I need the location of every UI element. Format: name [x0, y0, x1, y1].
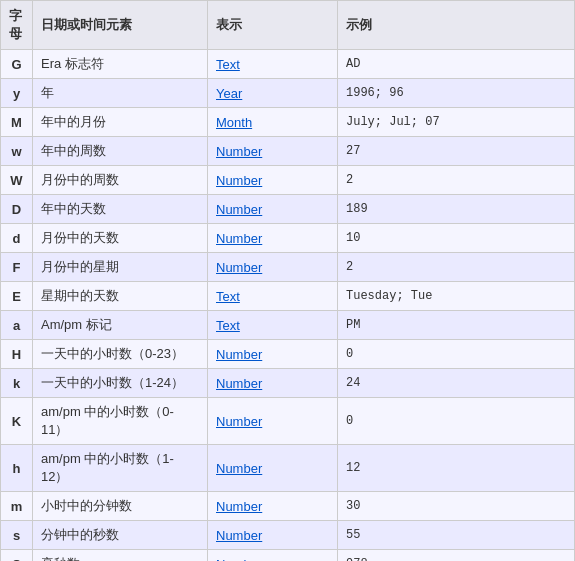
cell-description: 一天中的小时数（1-24） — [33, 369, 208, 398]
cell-example: Tuesday; Tue — [338, 282, 575, 311]
date-format-table: 字母 日期或时间元素 表示 示例 GEra 标志符TextADy年Year199… — [0, 0, 575, 561]
cell-letter: K — [1, 398, 33, 445]
cell-example: 55 — [338, 521, 575, 550]
cell-representation[interactable]: Number — [208, 340, 338, 369]
cell-representation[interactable]: Number — [208, 253, 338, 282]
cell-letter: H — [1, 340, 33, 369]
cell-example: 0 — [338, 398, 575, 445]
col-header-description: 日期或时间元素 — [33, 1, 208, 50]
cell-representation[interactable]: Number — [208, 224, 338, 253]
cell-example: 0 — [338, 340, 575, 369]
cell-description: 月份中的星期 — [33, 253, 208, 282]
cell-description: 毫秒数 — [33, 550, 208, 562]
col-header-representation: 表示 — [208, 1, 338, 50]
cell-representation[interactable]: Number — [208, 550, 338, 562]
cell-representation[interactable]: Text — [208, 282, 338, 311]
cell-description: 月份中的周数 — [33, 166, 208, 195]
cell-representation[interactable]: Month — [208, 108, 338, 137]
cell-description: 年 — [33, 79, 208, 108]
cell-example: 12 — [338, 445, 575, 492]
cell-letter: k — [1, 369, 33, 398]
cell-representation[interactable]: Number — [208, 369, 338, 398]
cell-description: 年中的月份 — [33, 108, 208, 137]
table-row: E星期中的天数TextTuesday; Tue — [1, 282, 575, 311]
cell-representation[interactable]: Number — [208, 166, 338, 195]
cell-letter: h — [1, 445, 33, 492]
col-header-letter: 字母 — [1, 1, 33, 50]
cell-example: 30 — [338, 492, 575, 521]
cell-description: 分钟中的秒数 — [33, 521, 208, 550]
cell-description: 一天中的小时数（0-23） — [33, 340, 208, 369]
cell-example: 27 — [338, 137, 575, 166]
cell-letter: W — [1, 166, 33, 195]
cell-letter: y — [1, 79, 33, 108]
cell-letter: S — [1, 550, 33, 562]
table-row: k一天中的小时数（1-24）Number24 — [1, 369, 575, 398]
table-row: Kam/pm 中的小时数（0-11）Number0 — [1, 398, 575, 445]
cell-description: 小时中的分钟数 — [33, 492, 208, 521]
cell-letter: F — [1, 253, 33, 282]
cell-representation[interactable]: Number — [208, 521, 338, 550]
cell-example: 978 — [338, 550, 575, 562]
cell-description: 星期中的天数 — [33, 282, 208, 311]
cell-example: 24 — [338, 369, 575, 398]
cell-example: 1996; 96 — [338, 79, 575, 108]
table-row: D年中的天数Number189 — [1, 195, 575, 224]
table-row: W月份中的周数Number2 — [1, 166, 575, 195]
cell-description: 月份中的天数 — [33, 224, 208, 253]
cell-letter: E — [1, 282, 33, 311]
table-row: F月份中的星期Number2 — [1, 253, 575, 282]
table-row: w年中的周数Number27 — [1, 137, 575, 166]
cell-representation[interactable]: Number — [208, 445, 338, 492]
table-header-row: 字母 日期或时间元素 表示 示例 — [1, 1, 575, 50]
cell-letter: d — [1, 224, 33, 253]
cell-description: Era 标志符 — [33, 50, 208, 79]
cell-representation[interactable]: Number — [208, 195, 338, 224]
table-row: M年中的月份MonthJuly; Jul; 07 — [1, 108, 575, 137]
cell-letter: m — [1, 492, 33, 521]
table-row: y年Year1996; 96 — [1, 79, 575, 108]
table-row: S毫秒数Number978 — [1, 550, 575, 562]
cell-representation[interactable]: Year — [208, 79, 338, 108]
cell-letter: a — [1, 311, 33, 340]
table-row: s分钟中的秒数Number55 — [1, 521, 575, 550]
cell-example: 2 — [338, 253, 575, 282]
cell-representation[interactable]: Text — [208, 50, 338, 79]
cell-description: am/pm 中的小时数（0-11） — [33, 398, 208, 445]
cell-description: Am/pm 标记 — [33, 311, 208, 340]
cell-letter: M — [1, 108, 33, 137]
cell-example: AD — [338, 50, 575, 79]
cell-description: am/pm 中的小时数（1-12） — [33, 445, 208, 492]
cell-representation[interactable]: Number — [208, 137, 338, 166]
table-row: GEra 标志符TextAD — [1, 50, 575, 79]
cell-letter: G — [1, 50, 33, 79]
table-row: H一天中的小时数（0-23）Number0 — [1, 340, 575, 369]
cell-description: 年中的天数 — [33, 195, 208, 224]
cell-letter: D — [1, 195, 33, 224]
table-row: aAm/pm 标记TextPM — [1, 311, 575, 340]
col-header-example: 示例 — [338, 1, 575, 50]
table-row: m小时中的分钟数Number30 — [1, 492, 575, 521]
table-row: ham/pm 中的小时数（1-12）Number12 — [1, 445, 575, 492]
cell-letter: w — [1, 137, 33, 166]
cell-example: 10 — [338, 224, 575, 253]
cell-representation[interactable]: Number — [208, 492, 338, 521]
cell-letter: s — [1, 521, 33, 550]
cell-representation[interactable]: Number — [208, 398, 338, 445]
cell-example: 189 — [338, 195, 575, 224]
cell-example: 2 — [338, 166, 575, 195]
cell-example: July; Jul; 07 — [338, 108, 575, 137]
table-row: d月份中的天数Number10 — [1, 224, 575, 253]
cell-example: PM — [338, 311, 575, 340]
cell-representation[interactable]: Text — [208, 311, 338, 340]
cell-description: 年中的周数 — [33, 137, 208, 166]
